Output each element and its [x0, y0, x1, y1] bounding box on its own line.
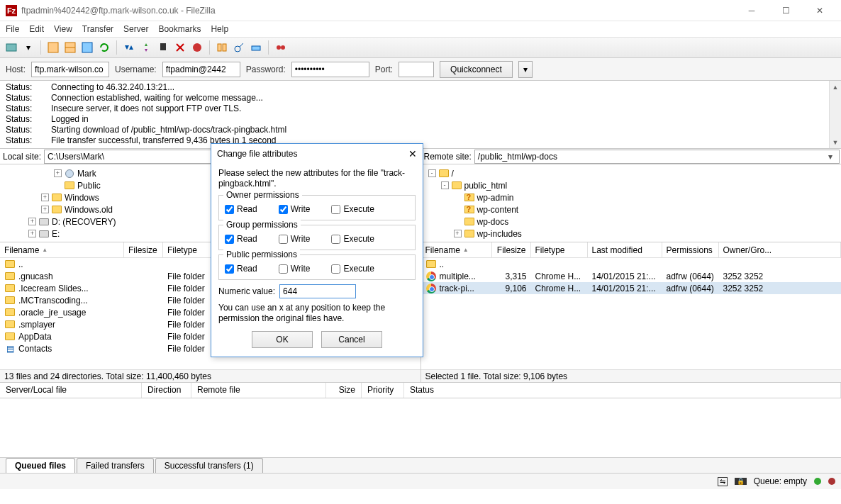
- col-r-modified[interactable]: Last modified: [588, 242, 662, 257]
- toggle-tree-icon[interactable]: [63, 40, 77, 55]
- qcol-status[interactable]: Status: [404, 383, 841, 398]
- tree-label: Windows.old: [65, 205, 113, 215]
- menu-transfer[interactable]: Transfer: [82, 24, 113, 34]
- remote-site-input[interactable]: /public_html/wp-docs▾: [474, 150, 840, 164]
- menu-file[interactable]: File: [6, 24, 19, 34]
- ok-button[interactable]: OK: [252, 331, 313, 348]
- expand-icon[interactable]: +: [41, 194, 49, 201]
- scroll-up-icon[interactable]: ▲: [830, 81, 841, 93]
- qcol-server[interactable]: Server/Local file: [0, 383, 142, 398]
- qcol-direction[interactable]: Direction: [142, 383, 191, 398]
- col-filesize[interactable]: Filesize: [124, 242, 163, 257]
- menu-bookmarks[interactable]: Bookmarks: [158, 24, 201, 34]
- execute-checkbox[interactable]: Execute: [331, 234, 374, 244]
- minimize-button[interactable]: ─: [736, 1, 767, 21]
- col-r-owner[interactable]: Owner/Gro...: [719, 242, 842, 257]
- quickconnect-button[interactable]: Quickconnect: [440, 61, 513, 78]
- expand-icon[interactable]: -: [428, 169, 436, 177]
- svg-rect-1: [48, 43, 58, 52]
- col-r-filesize[interactable]: Filesize: [492, 242, 531, 257]
- dialog-hint: You can use an x at any position to keep…: [218, 303, 416, 324]
- read-checkbox[interactable]: Read: [225, 264, 257, 274]
- col-r-permissions[interactable]: Permissions: [662, 242, 719, 257]
- quickconnect-dropdown[interactable]: ▾: [518, 61, 533, 78]
- password-input[interactable]: [291, 62, 369, 77]
- dialog-close-icon[interactable]: ✕: [408, 148, 417, 159]
- write-checkbox[interactable]: Write: [279, 264, 311, 274]
- expand-icon[interactable]: +: [54, 169, 62, 177]
- expand-icon[interactable]: +: [454, 230, 462, 237]
- read-checkbox[interactable]: Read: [225, 234, 257, 244]
- remote-tree[interactable]: -/-public_htmlwp-adminwp-contentwp-docs+…: [421, 164, 842, 242]
- expand-icon[interactable]: +: [28, 230, 36, 237]
- site-manager-icon[interactable]: [4, 40, 18, 55]
- tree-item[interactable]: -/: [423, 167, 840, 179]
- menu-server[interactable]: Server: [123, 24, 148, 34]
- server-icon[interactable]: [190, 40, 204, 55]
- refresh-icon[interactable]: [97, 40, 111, 55]
- tree-item[interactable]: +wp-includes: [423, 228, 840, 240]
- tree-label: Mark: [77, 169, 96, 179]
- qcol-size[interactable]: Size: [326, 383, 362, 398]
- lock-icon: 🔒: [735, 478, 747, 485]
- log-message: Connecting to 46.32.240.13:21...: [51, 82, 174, 93]
- port-input[interactable]: [399, 62, 434, 77]
- tree-item[interactable]: wp-admin: [423, 191, 840, 203]
- permission-group: Public permissionsReadWriteExecute: [218, 254, 416, 280]
- tree-item[interactable]: wp-content: [423, 203, 840, 215]
- tab-success[interactable]: Successful transfers (1): [155, 458, 263, 473]
- tree-item[interactable]: wp-docs: [423, 215, 840, 228]
- compare-icon[interactable]: [232, 40, 246, 55]
- log-label: Status:: [6, 93, 41, 103]
- execute-checkbox[interactable]: Execute: [331, 204, 374, 214]
- reconnect-icon[interactable]: [173, 40, 187, 55]
- close-button[interactable]: ✕: [804, 1, 835, 21]
- toggle-queue-icon[interactable]: [80, 40, 94, 55]
- expand-icon[interactable]: +: [28, 218, 36, 225]
- toggle-log-icon[interactable]: [46, 40, 60, 55]
- list-item[interactable]: track-pi...9,106Chrome H...14/01/2015 21…: [421, 282, 842, 294]
- maximize-button[interactable]: ☐: [770, 1, 801, 21]
- list-item[interactable]: ..: [421, 258, 842, 270]
- remote-list[interactable]: ..multiple...3,315Chrome H...14/01/2015 …: [421, 258, 842, 369]
- col-filename[interactable]: Filename▲: [0, 242, 124, 257]
- read-checkbox[interactable]: Read: [225, 204, 257, 214]
- group-title: Group permissions: [223, 220, 301, 230]
- port-label: Port:: [375, 65, 393, 74]
- col-r-filename[interactable]: Filename▲: [421, 242, 492, 257]
- tab-queued[interactable]: Queued files: [6, 458, 75, 473]
- username-label: Username:: [115, 65, 157, 74]
- process-queue-icon[interactable]: [122, 40, 136, 55]
- menu-view[interactable]: View: [54, 24, 72, 34]
- host-input[interactable]: [31, 62, 109, 77]
- cancel-button[interactable]: Cancel: [321, 331, 382, 348]
- write-checkbox[interactable]: Write: [279, 204, 311, 214]
- group-title: Public permissions: [223, 250, 300, 259]
- username-input[interactable]: [162, 62, 240, 77]
- disconnect-icon[interactable]: [156, 40, 170, 55]
- qcol-remote[interactable]: Remote file: [191, 383, 326, 398]
- log-scrollbar[interactable]: ▲ ▼: [829, 81, 841, 148]
- cancel-icon[interactable]: [139, 40, 153, 55]
- expand-icon[interactable]: -: [441, 181, 449, 189]
- tree-label: wp-content: [477, 205, 519, 215]
- menu-help[interactable]: Help: [211, 24, 228, 34]
- search-icon[interactable]: [274, 40, 288, 55]
- numeric-input[interactable]: [279, 284, 356, 298]
- filter-icon[interactable]: [215, 40, 229, 55]
- write-checkbox[interactable]: Write: [279, 234, 311, 244]
- sync-icon[interactable]: [249, 40, 263, 55]
- qcol-priority[interactable]: Priority: [362, 383, 404, 398]
- svg-point-13: [281, 45, 285, 50]
- expand-icon[interactable]: +: [41, 206, 49, 213]
- execute-checkbox[interactable]: Execute: [331, 264, 374, 274]
- tree-item[interactable]: -public_html: [423, 179, 840, 191]
- list-item[interactable]: multiple...3,315Chrome H...14/01/2015 21…: [421, 270, 842, 282]
- col-r-filetype[interactable]: Filetype: [531, 242, 588, 257]
- app-logo: Fz: [6, 5, 17, 16]
- dropdown-icon[interactable]: ▾: [21, 40, 35, 55]
- scroll-down-icon[interactable]: ▼: [830, 136, 841, 148]
- log-label: Status:: [6, 114, 41, 125]
- tab-failed[interactable]: Failed transfers: [77, 458, 154, 473]
- menu-edit[interactable]: Edit: [29, 24, 44, 34]
